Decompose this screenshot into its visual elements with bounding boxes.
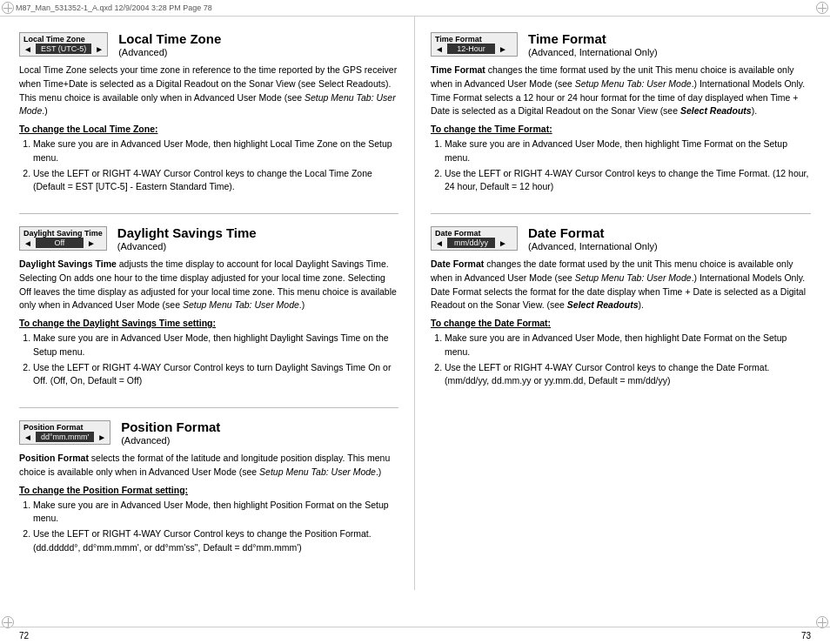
section-heading-pf: Position Format — [121, 420, 220, 435]
header-text: M87_Man_531352-1_A.qxd 12/9/2004 3:28 PM… — [16, 3, 212, 12]
control-value-tf: 12-Hour — [447, 44, 495, 54]
steps-dst: Make sure you are in Advanced User Mode,… — [19, 332, 398, 388]
arrow-right-tf[interactable]: ► — [499, 44, 507, 54]
arrow-left-pf[interactable]: ◄ — [23, 433, 32, 442]
section-position-format: Position Format ◄ dd°mm.mmm' ► Position … — [19, 420, 398, 555]
control-value-row-df: ◄ mm/dd/yy ► — [435, 238, 507, 248]
arrow-right-pf[interactable]: ► — [97, 433, 106, 442]
section-subheading-df: (Advanced, International Only) — [528, 241, 658, 252]
section-subheading-tf: (Advanced, International Only) — [528, 47, 658, 57]
control-label-pf: Position Format — [23, 423, 84, 432]
arrow-left-dst[interactable]: ◄ — [23, 238, 32, 248]
step-tf-2: Use the LEFT or RIGHT 4-WAY Cursor Contr… — [445, 167, 811, 195]
step-pf-1: Make sure you are in Advanced User Mode,… — [33, 499, 398, 527]
section-date-format: Date Format ◄ mm/dd/yy ► Date Format (Ad… — [431, 226, 811, 388]
heading-block-dst: Daylight Savings Time (Advanced) — [117, 226, 257, 252]
section-local-time-zone: Local Time Zone ◄ EST (UTC-5) ► Local Ti… — [19, 32, 398, 194]
heading-block-tf: Time Format (Advanced, International Onl… — [528, 32, 658, 57]
section-title-block-ltz: Local Time Zone ◄ EST (UTC-5) ► Local Ti… — [19, 32, 398, 58]
change-header-df: To change the Date Format: — [431, 318, 811, 328]
section-body-df: Date Format changes the date format used… — [431, 258, 811, 312]
section-time-format: Time Format ◄ 12-Hour ► Time Format (Adv… — [431, 32, 811, 194]
section-body-ltz: Local Time Zone selects your time zone i… — [19, 64, 398, 118]
section-subheading-dst: (Advanced) — [117, 241, 257, 252]
heading-block-df: Date Format (Advanced, International Onl… — [528, 226, 658, 252]
control-value-ltz: EST (UTC-5) — [36, 44, 91, 54]
section-heading-ltz: Local Time Zone — [118, 32, 221, 47]
section-heading-df: Date Format — [528, 226, 658, 241]
control-label-ltz: Local Time Zone — [23, 35, 85, 44]
section-daylight-savings: Daylight Saving Time ◄ Off ► Daylight Sa… — [19, 226, 398, 388]
corner-mark-tr — [816, 2, 828, 14]
change-header-pf: To change the Position Format setting: — [19, 485, 398, 495]
section-body-tf: Time Format changes the time format used… — [431, 64, 811, 118]
section-subheading-pf: (Advanced) — [121, 435, 220, 446]
section-subheading-ltz: (Advanced) — [118, 47, 221, 57]
control-label-tf: Time Format — [435, 35, 482, 44]
control-box-df[interactable]: Date Format ◄ mm/dd/yy ► — [431, 226, 518, 251]
section-title-block-pf: Position Format ◄ dd°mm.mmm' ► Position … — [19, 420, 398, 446]
heading-block-ltz: Local Time Zone (Advanced) — [118, 32, 221, 57]
control-box-tf[interactable]: Time Format ◄ 12-Hour ► — [431, 32, 518, 57]
arrow-left-tf[interactable]: ◄ — [435, 44, 444, 54]
control-value-row-ltz: ◄ EST (UTC-5) ► — [23, 44, 104, 54]
arrow-left-ltz[interactable]: ◄ — [23, 44, 32, 54]
section-body-pf: Position Format selects the format of th… — [19, 452, 398, 480]
divider-2 — [19, 407, 398, 408]
control-label-dst: Daylight Saving Time — [23, 229, 103, 238]
control-value-dst: Off — [36, 238, 84, 248]
control-box-ltz[interactable]: Local Time Zone ◄ EST (UTC-5) ► — [19, 32, 108, 57]
change-header-dst: To change the Daylight Savings Time sett… — [19, 318, 398, 328]
page-wrapper: M87_Man_531352-1_A.qxd 12/9/2004 3:28 PM… — [0, 0, 830, 644]
steps-ltz: Make sure you are in Advanced User Mode,… — [19, 138, 398, 194]
section-title-block-df: Date Format ◄ mm/dd/yy ► Date Format (Ad… — [431, 226, 811, 252]
page-number-left: 72 — [19, 631, 29, 641]
step-dst-1: Make sure you are in Advanced User Mode,… — [33, 332, 398, 359]
steps-tf: Make sure you are in Advanced User Mode,… — [431, 138, 811, 194]
left-column: Local Time Zone ◄ EST (UTC-5) ► Local Ti… — [0, 17, 415, 590]
divider-1 — [19, 213, 398, 214]
control-value-row-pf: ◄ dd°mm.mmm' ► — [23, 432, 106, 442]
right-column: Time Format ◄ 12-Hour ► Time Format (Adv… — [415, 17, 830, 590]
arrow-left-df[interactable]: ◄ — [435, 238, 444, 248]
arrow-right-df[interactable]: ► — [499, 238, 507, 248]
arrow-right-dst[interactable]: ► — [87, 238, 96, 248]
divider-3 — [431, 213, 811, 214]
section-heading-tf: Time Format — [528, 32, 658, 47]
control-value-row-tf: ◄ 12-Hour ► — [435, 44, 507, 54]
section-heading-dst: Daylight Savings Time — [117, 226, 257, 241]
step-ltz-2: Use the LEFT or RIGHT 4-WAY Cursor Contr… — [33, 167, 398, 195]
corner-mark-tl — [2, 2, 14, 14]
steps-df: Make sure you are in Advanced User Mode,… — [431, 332, 811, 388]
control-label-df: Date Format — [435, 229, 481, 238]
page-number-right: 73 — [801, 631, 811, 641]
content-area: Local Time Zone ◄ EST (UTC-5) ► Local Ti… — [0, 17, 830, 590]
control-value-row-dst: ◄ Off ► — [23, 238, 96, 248]
step-df-1: Make sure you are in Advanced User Mode,… — [445, 332, 811, 359]
step-df-2: Use the LEFT or RIGHT 4-WAY Cursor Contr… — [445, 361, 811, 389]
control-value-df: mm/dd/yy — [447, 238, 495, 248]
heading-block-pf: Position Format (Advanced) — [121, 420, 220, 446]
step-pf-2: Use the LEFT or RIGHT 4-WAY Cursor Contr… — [33, 527, 398, 555]
section-title-block-dst: Daylight Saving Time ◄ Off ► Daylight Sa… — [19, 226, 398, 252]
section-body-dst: Daylight Savings Time adjusts the time d… — [19, 258, 398, 312]
page-header: M87_Man_531352-1_A.qxd 12/9/2004 3:28 PM… — [0, 0, 830, 17]
step-tf-1: Make sure you are in Advanced User Mode,… — [445, 138, 811, 165]
step-ltz-1: Make sure you are in Advanced User Mode,… — [33, 138, 398, 165]
page-footer: 72 73 — [0, 627, 830, 644]
arrow-right-ltz[interactable]: ► — [95, 44, 104, 54]
control-box-dst[interactable]: Daylight Saving Time ◄ Off ► — [19, 226, 107, 251]
control-box-pf[interactable]: Position Format ◄ dd°mm.mmm' ► — [19, 420, 110, 445]
step-dst-2: Use the LEFT or RIGHT 4-WAY Cursor Contr… — [33, 361, 398, 389]
change-header-ltz: To change the Local Time Zone: — [19, 124, 398, 134]
steps-pf: Make sure you are in Advanced User Mode,… — [19, 499, 398, 555]
section-title-block-tf: Time Format ◄ 12-Hour ► Time Format (Adv… — [431, 32, 811, 58]
change-header-tf: To change the Time Format: — [431, 124, 811, 134]
control-value-pf: dd°mm.mmm' — [36, 432, 94, 442]
